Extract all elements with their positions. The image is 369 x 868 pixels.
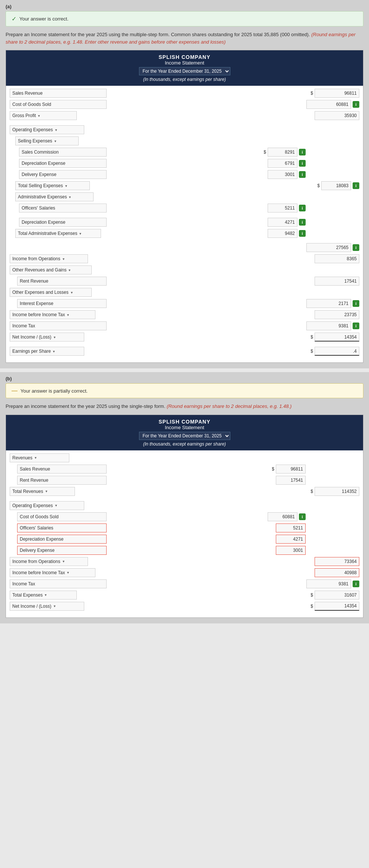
row-total-selling: Total Selling Expenses ▾ $ 18083 i <box>10 180 359 191</box>
income-from-ops-dropdown[interactable]: Income from Operations ▾ <box>10 254 88 263</box>
selling-expenses-dropdown[interactable]: Selling Expenses ▾ <box>15 136 79 145</box>
gross-profit-value[interactable]: 35930 <box>315 111 359 120</box>
instruction-a: Prepare an Income statement for the year… <box>6 31 363 45</box>
row-op-exp-b: Operating Expenses ▾ <box>10 500 359 511</box>
income-from-ops-value[interactable]: 8365 <box>315 254 359 263</box>
delivery-b-label: Delivery Expense <box>17 546 107 555</box>
row-revenues-b: Revenues ▾ <box>10 452 359 463</box>
total-op-expenses-value[interactable]: 27565 <box>306 243 351 252</box>
depreciation-selling-value[interactable]: 6791 <box>268 159 297 168</box>
other-rev-dropdown[interactable]: Other Revenues and Gains ▾ <box>10 265 92 274</box>
rent-revenue-value[interactable]: 17541 <box>315 277 359 286</box>
income-tax-b-info[interactable]: i <box>353 581 359 587</box>
total-exp-b-value[interactable]: 31607 <box>315 591 359 600</box>
answer-correct-text: Your answer is correct. <box>19 16 69 22</box>
admin-expenses-dropdown[interactable]: Administrative Expenses ▾ <box>15 192 94 201</box>
answer-correct-box: ✓ Your answer is correct. <box>6 11 363 26</box>
row-delivery-b: Delivery Expense 3001 <box>10 545 359 556</box>
total-op-expenses-info[interactable]: i <box>353 244 359 251</box>
dollar-total-exp-b: $ <box>310 592 313 598</box>
net-income-b-value[interactable]: 14354 <box>315 602 359 611</box>
section-b-label: (b) <box>6 376 363 381</box>
net-income-dropdown[interactable]: Net Income / (Loss) ▾ <box>10 333 84 342</box>
row-rent-rev-b: Rent Revenue 17541 <box>10 475 359 486</box>
dollar-total-selling: $ <box>317 183 320 188</box>
total-rev-b-value[interactable]: 114352 <box>315 487 359 496</box>
income-tax-info[interactable]: i <box>353 323 359 329</box>
statement-body-b: Revenues ▾ Sales Revenue $ 96811 <box>6 450 363 617</box>
income-tax-label: Income Tax <box>10 321 107 330</box>
officers-salaries-label: Officers' Salaries <box>19 204 107 213</box>
income-statement-a: SPLISH COMPANY Income Statement For the … <box>6 50 363 363</box>
dollar-net-income-b: $ <box>310 604 313 609</box>
period-select-a[interactable]: For the Year Ended December 31, 2025 <box>139 67 230 75</box>
warning-icon: — <box>12 387 18 394</box>
row-admin-expenses: Administrative Expenses ▾ <box>10 191 359 202</box>
operating-expenses-dropdown[interactable]: Operating Expenses ▾ <box>10 125 84 134</box>
row-delivery-expense: Delivery Expense 3001 i <box>10 169 359 180</box>
total-expenses-dropdown-b[interactable]: Total Expenses ▾ <box>10 591 77 600</box>
rent-rev-b-value[interactable]: 17541 <box>276 476 306 485</box>
op-exp-dropdown-b[interactable]: Operating Expenses ▾ <box>10 501 84 510</box>
depreciation-admin-info[interactable]: i <box>299 219 306 226</box>
row-net-income-b: Net Income / (Loss) ▾ $ 14354 <box>10 601 359 612</box>
row-depreciation-admin: Depreciation Expense 4271 i <box>10 217 359 228</box>
officers-salaries-value[interactable]: 5211 <box>268 204 297 213</box>
total-admin-value[interactable]: 9482 <box>268 229 297 238</box>
officers-salaries-info[interactable]: i <box>299 205 306 211</box>
delivery-expense-info[interactable]: i <box>299 171 306 178</box>
income-before-tax-b-value[interactable]: 40988 <box>315 568 359 577</box>
sales-commission-info[interactable]: i <box>299 149 306 155</box>
eps-value[interactable]: .4 <box>315 347 359 356</box>
interest-expense-info[interactable]: i <box>353 300 359 307</box>
period-select-b[interactable]: For the Year Ended December 31, 2025 <box>139 432 230 440</box>
row-eps: Earnings per Share ▾ $ .4 <box>10 346 359 357</box>
statement-type-b: Income Statement <box>10 425 359 430</box>
income-from-ops-b-value[interactable]: 73364 <box>315 557 359 566</box>
gross-profit-dropdown[interactable]: Gross Profit ▾ <box>10 111 77 120</box>
officers-b-value[interactable]: 5211 <box>276 523 306 532</box>
company-name-a: SPLISH COMPANY <box>10 54 359 60</box>
subtitle-a: (In thousands, except earnings per share… <box>10 77 359 82</box>
total-admin-info[interactable]: i <box>299 230 306 237</box>
row-cogs-b: Cost of Goods Sold 60881 i <box>10 511 359 522</box>
interest-expense-value[interactable]: 2171 <box>306 299 351 308</box>
revenues-dropdown-b[interactable]: Revenues ▾ <box>10 453 69 462</box>
income-before-tax-dropdown-b[interactable]: Income before Income Tax ▾ <box>10 568 95 577</box>
cogs-value[interactable]: 60881 <box>306 100 351 109</box>
cogs-b-info[interactable]: i <box>299 513 306 520</box>
statement-header-b: SPLISH COMPANY Income Statement For the … <box>6 415 363 450</box>
total-selling-info[interactable]: i <box>353 182 359 189</box>
income-tax-b-value[interactable]: 9381 <box>306 579 351 588</box>
statement-header-a: SPLISH COMPANY Income Statement For the … <box>6 50 363 86</box>
total-admin-dropdown[interactable]: Total Administrative Expenses ▾ <box>15 229 101 238</box>
other-exp-dropdown[interactable]: Other Expenses and Losses ▾ <box>10 288 92 297</box>
cogs-b-value[interactable]: 60881 <box>268 512 297 521</box>
section-b: (b) — Your answer is partially correct. … <box>0 372 369 623</box>
net-income-dropdown-b[interactable]: Net Income / (Loss) ▾ <box>10 602 84 611</box>
depreciation-selling-info[interactable]: i <box>299 160 306 167</box>
income-from-ops-dropdown-b[interactable]: Income from Operations ▾ <box>10 557 88 566</box>
depreciation-b-value[interactable]: 4271 <box>276 535 306 544</box>
sales-revenue-label: Sales Revenue <box>10 89 107 98</box>
total-selling-dropdown[interactable]: Total Selling Expenses ▾ <box>15 181 90 190</box>
delivery-b-value[interactable]: 3001 <box>276 546 306 555</box>
dollar-eps: $ <box>310 349 313 354</box>
sales-rev-b-value[interactable]: 96811 <box>276 465 306 474</box>
row-depreciation-selling: Depreciation Expense 6791 i <box>10 158 359 169</box>
income-before-tax-value[interactable]: 23735 <box>315 310 359 319</box>
row-income-tax-b: Income Tax 9381 i <box>10 578 359 589</box>
sales-revenue-value[interactable]: 96811 <box>315 89 359 98</box>
income-before-tax-dropdown[interactable]: Income before Income Tax ▾ <box>10 310 95 319</box>
total-revenues-dropdown-b[interactable]: Total Revenues ▾ <box>10 487 75 496</box>
depreciation-b-label: Depreciation Expense <box>17 535 107 544</box>
total-selling-value[interactable]: 18083 <box>321 181 351 190</box>
sales-commission-value[interactable]: 8291 <box>268 148 297 157</box>
depreciation-admin-value[interactable]: 4271 <box>268 218 297 227</box>
eps-dropdown[interactable]: Earnings per Share ▾ <box>10 347 84 356</box>
net-income-value[interactable]: 14354 <box>315 333 359 342</box>
delivery-expense-value[interactable]: 3001 <box>268 170 297 179</box>
cogs-info-btn[interactable]: i <box>353 101 359 108</box>
income-tax-value[interactable]: 9381 <box>306 321 351 330</box>
sales-commission-label: Sales Commission <box>19 148 107 157</box>
